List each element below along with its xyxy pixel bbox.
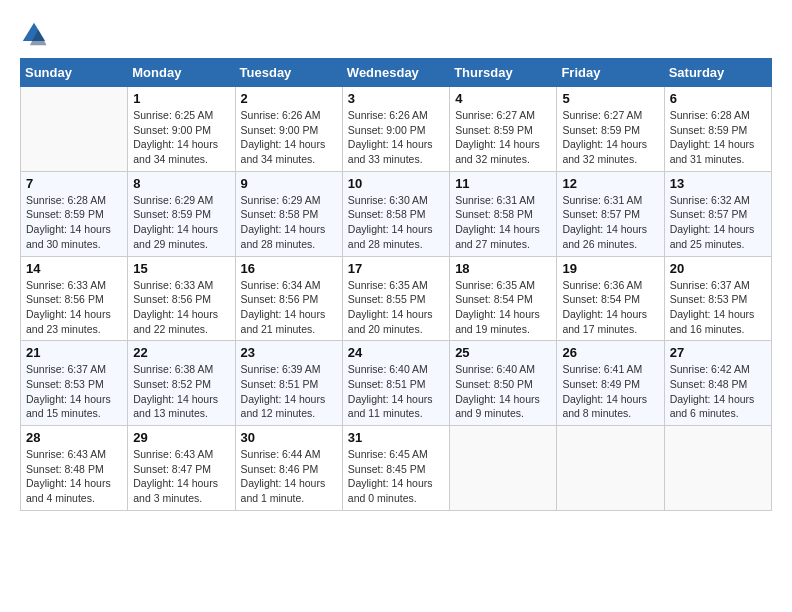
day-info: Sunrise: 6:38 AMSunset: 8:52 PMDaylight:… xyxy=(133,362,229,421)
calendar-cell xyxy=(450,426,557,511)
day-number: 23 xyxy=(241,345,337,360)
day-info: Sunrise: 6:40 AMSunset: 8:51 PMDaylight:… xyxy=(348,362,444,421)
day-info: Sunrise: 6:43 AMSunset: 8:47 PMDaylight:… xyxy=(133,447,229,506)
calendar-cell: 14Sunrise: 6:33 AMSunset: 8:56 PMDayligh… xyxy=(21,256,128,341)
calendar-cell: 7Sunrise: 6:28 AMSunset: 8:59 PMDaylight… xyxy=(21,171,128,256)
day-info: Sunrise: 6:35 AMSunset: 8:55 PMDaylight:… xyxy=(348,278,444,337)
calendar-cell: 6Sunrise: 6:28 AMSunset: 8:59 PMDaylight… xyxy=(664,87,771,172)
day-number: 8 xyxy=(133,176,229,191)
day-info: Sunrise: 6:29 AMSunset: 8:58 PMDaylight:… xyxy=(241,193,337,252)
calendar-cell: 31Sunrise: 6:45 AMSunset: 8:45 PMDayligh… xyxy=(342,426,449,511)
day-info: Sunrise: 6:37 AMSunset: 8:53 PMDaylight:… xyxy=(26,362,122,421)
day-number: 20 xyxy=(670,261,766,276)
day-number: 12 xyxy=(562,176,658,191)
day-number: 28 xyxy=(26,430,122,445)
day-number: 3 xyxy=(348,91,444,106)
day-number: 14 xyxy=(26,261,122,276)
day-info: Sunrise: 6:39 AMSunset: 8:51 PMDaylight:… xyxy=(241,362,337,421)
calendar-cell: 12Sunrise: 6:31 AMSunset: 8:57 PMDayligh… xyxy=(557,171,664,256)
day-header-thursday: Thursday xyxy=(450,59,557,87)
calendar-cell: 10Sunrise: 6:30 AMSunset: 8:58 PMDayligh… xyxy=(342,171,449,256)
day-number: 16 xyxy=(241,261,337,276)
calendar-cell: 9Sunrise: 6:29 AMSunset: 8:58 PMDaylight… xyxy=(235,171,342,256)
calendar-table: SundayMondayTuesdayWednesdayThursdayFrid… xyxy=(20,58,772,511)
day-number: 25 xyxy=(455,345,551,360)
day-number: 18 xyxy=(455,261,551,276)
calendar-cell: 3Sunrise: 6:26 AMSunset: 9:00 PMDaylight… xyxy=(342,87,449,172)
day-number: 19 xyxy=(562,261,658,276)
day-number: 24 xyxy=(348,345,444,360)
calendar-cell: 19Sunrise: 6:36 AMSunset: 8:54 PMDayligh… xyxy=(557,256,664,341)
day-info: Sunrise: 6:31 AMSunset: 8:58 PMDaylight:… xyxy=(455,193,551,252)
day-info: Sunrise: 6:28 AMSunset: 8:59 PMDaylight:… xyxy=(26,193,122,252)
day-info: Sunrise: 6:27 AMSunset: 8:59 PMDaylight:… xyxy=(562,108,658,167)
calendar-cell: 26Sunrise: 6:41 AMSunset: 8:49 PMDayligh… xyxy=(557,341,664,426)
day-number: 21 xyxy=(26,345,122,360)
calendar-cell: 18Sunrise: 6:35 AMSunset: 8:54 PMDayligh… xyxy=(450,256,557,341)
day-info: Sunrise: 6:30 AMSunset: 8:58 PMDaylight:… xyxy=(348,193,444,252)
day-number: 4 xyxy=(455,91,551,106)
day-info: Sunrise: 6:26 AMSunset: 9:00 PMDaylight:… xyxy=(241,108,337,167)
day-info: Sunrise: 6:42 AMSunset: 8:48 PMDaylight:… xyxy=(670,362,766,421)
calendar-cell xyxy=(21,87,128,172)
day-info: Sunrise: 6:34 AMSunset: 8:56 PMDaylight:… xyxy=(241,278,337,337)
day-header-friday: Friday xyxy=(557,59,664,87)
day-info: Sunrise: 6:26 AMSunset: 9:00 PMDaylight:… xyxy=(348,108,444,167)
day-number: 13 xyxy=(670,176,766,191)
calendar-cell: 2Sunrise: 6:26 AMSunset: 9:00 PMDaylight… xyxy=(235,87,342,172)
calendar-cell: 1Sunrise: 6:25 AMSunset: 9:00 PMDaylight… xyxy=(128,87,235,172)
calendar-cell xyxy=(557,426,664,511)
day-number: 2 xyxy=(241,91,337,106)
day-info: Sunrise: 6:33 AMSunset: 8:56 PMDaylight:… xyxy=(133,278,229,337)
calendar-cell: 16Sunrise: 6:34 AMSunset: 8:56 PMDayligh… xyxy=(235,256,342,341)
day-info: Sunrise: 6:36 AMSunset: 8:54 PMDaylight:… xyxy=(562,278,658,337)
calendar-cell: 20Sunrise: 6:37 AMSunset: 8:53 PMDayligh… xyxy=(664,256,771,341)
day-number: 31 xyxy=(348,430,444,445)
day-info: Sunrise: 6:35 AMSunset: 8:54 PMDaylight:… xyxy=(455,278,551,337)
day-header-sunday: Sunday xyxy=(21,59,128,87)
day-number: 26 xyxy=(562,345,658,360)
day-header-tuesday: Tuesday xyxy=(235,59,342,87)
day-info: Sunrise: 6:44 AMSunset: 8:46 PMDaylight:… xyxy=(241,447,337,506)
day-number: 9 xyxy=(241,176,337,191)
day-number: 1 xyxy=(133,91,229,106)
calendar-cell: 4Sunrise: 6:27 AMSunset: 8:59 PMDaylight… xyxy=(450,87,557,172)
logo xyxy=(20,20,52,48)
day-info: Sunrise: 6:31 AMSunset: 8:57 PMDaylight:… xyxy=(562,193,658,252)
day-number: 29 xyxy=(133,430,229,445)
calendar-cell: 11Sunrise: 6:31 AMSunset: 8:58 PMDayligh… xyxy=(450,171,557,256)
day-number: 5 xyxy=(562,91,658,106)
day-number: 10 xyxy=(348,176,444,191)
day-info: Sunrise: 6:29 AMSunset: 8:59 PMDaylight:… xyxy=(133,193,229,252)
day-info: Sunrise: 6:37 AMSunset: 8:53 PMDaylight:… xyxy=(670,278,766,337)
day-number: 22 xyxy=(133,345,229,360)
calendar-cell: 30Sunrise: 6:44 AMSunset: 8:46 PMDayligh… xyxy=(235,426,342,511)
calendar-cell: 28Sunrise: 6:43 AMSunset: 8:48 PMDayligh… xyxy=(21,426,128,511)
calendar-cell: 5Sunrise: 6:27 AMSunset: 8:59 PMDaylight… xyxy=(557,87,664,172)
calendar-cell xyxy=(664,426,771,511)
day-info: Sunrise: 6:28 AMSunset: 8:59 PMDaylight:… xyxy=(670,108,766,167)
calendar-cell: 22Sunrise: 6:38 AMSunset: 8:52 PMDayligh… xyxy=(128,341,235,426)
day-info: Sunrise: 6:33 AMSunset: 8:56 PMDaylight:… xyxy=(26,278,122,337)
day-header-wednesday: Wednesday xyxy=(342,59,449,87)
day-number: 30 xyxy=(241,430,337,445)
calendar-cell: 29Sunrise: 6:43 AMSunset: 8:47 PMDayligh… xyxy=(128,426,235,511)
day-header-monday: Monday xyxy=(128,59,235,87)
day-info: Sunrise: 6:25 AMSunset: 9:00 PMDaylight:… xyxy=(133,108,229,167)
day-info: Sunrise: 6:43 AMSunset: 8:48 PMDaylight:… xyxy=(26,447,122,506)
day-number: 6 xyxy=(670,91,766,106)
day-info: Sunrise: 6:45 AMSunset: 8:45 PMDaylight:… xyxy=(348,447,444,506)
calendar-cell: 21Sunrise: 6:37 AMSunset: 8:53 PMDayligh… xyxy=(21,341,128,426)
day-number: 17 xyxy=(348,261,444,276)
calendar-cell: 23Sunrise: 6:39 AMSunset: 8:51 PMDayligh… xyxy=(235,341,342,426)
calendar-cell: 25Sunrise: 6:40 AMSunset: 8:50 PMDayligh… xyxy=(450,341,557,426)
day-info: Sunrise: 6:27 AMSunset: 8:59 PMDaylight:… xyxy=(455,108,551,167)
day-number: 27 xyxy=(670,345,766,360)
calendar-cell: 8Sunrise: 6:29 AMSunset: 8:59 PMDaylight… xyxy=(128,171,235,256)
calendar-cell: 17Sunrise: 6:35 AMSunset: 8:55 PMDayligh… xyxy=(342,256,449,341)
calendar-cell: 27Sunrise: 6:42 AMSunset: 8:48 PMDayligh… xyxy=(664,341,771,426)
day-number: 15 xyxy=(133,261,229,276)
day-info: Sunrise: 6:40 AMSunset: 8:50 PMDaylight:… xyxy=(455,362,551,421)
day-number: 7 xyxy=(26,176,122,191)
day-info: Sunrise: 6:32 AMSunset: 8:57 PMDaylight:… xyxy=(670,193,766,252)
